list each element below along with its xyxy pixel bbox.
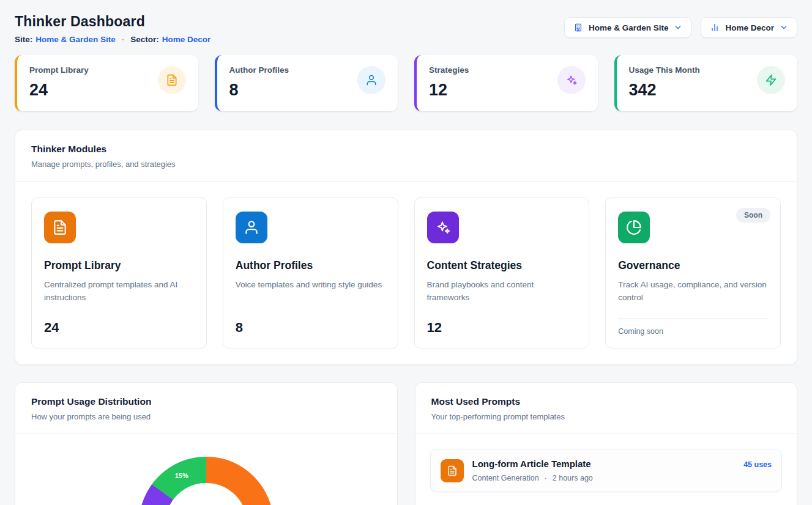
site-selector-label: Home & Garden Site — [589, 23, 669, 32]
module-card-governance[interactable]: Soon Governance Track AI usage, complian… — [605, 197, 781, 348]
prompt-uses-badge: 45 uses — [743, 460, 772, 469]
sparkle-icon — [557, 66, 586, 94]
sparkle-icon — [427, 212, 459, 243]
user-icon — [236, 212, 267, 243]
stat-value: 24 — [29, 81, 89, 100]
header: Thinker Dashboard Site: Home & Garden Si… — [15, 10, 797, 44]
stat-label: Author Profiles — [229, 65, 289, 75]
document-icon — [441, 459, 464, 482]
soon-badge: Soon — [736, 208, 770, 223]
stat-label: Prompt Library — [29, 65, 89, 75]
stat-value: 8 — [229, 81, 289, 100]
separator-dot: · — [122, 35, 125, 44]
separator-dot: · — [545, 474, 547, 482]
modules-panel-header: Thinker Modules Manage prompts, profiles… — [15, 130, 797, 182]
module-count: 24 — [44, 310, 194, 336]
site-selector-dropdown[interactable]: Home & Garden Site — [564, 17, 692, 38]
header-left: Thinker Dashboard Site: Home & Garden Si… — [15, 10, 210, 44]
sector-label: Sector: — [130, 35, 159, 44]
usage-card-subtitle: How your prompts are being used — [31, 412, 381, 421]
sector-selector-dropdown[interactable]: Home Decor — [701, 17, 797, 38]
prompts-card-subtitle: Your top-performing prompt templates — [431, 412, 781, 421]
site-label: Site: — [15, 35, 32, 44]
module-description: Brand playbooks and content frameworks — [427, 279, 577, 304]
stat-label: Strategies — [429, 65, 469, 75]
coming-soon-text: Coming soon — [618, 318, 768, 336]
stat-card-prompt-library: Prompt Library 24 — [15, 55, 198, 111]
usage-card-header: Prompt Usage Distribution How your promp… — [15, 383, 397, 434]
module-title: Prompt Library — [44, 259, 194, 272]
dashboard-page: Thinker Dashboard Site: Home & Garden Si… — [0, 0, 812, 505]
module-title: Author Profiles — [236, 259, 386, 272]
module-title: Content Strategies — [427, 259, 577, 272]
module-count: 12 — [427, 310, 577, 336]
prompts-card-header: Most Used Prompts Your top-performing pr… — [415, 383, 797, 434]
module-count: 8 — [236, 310, 386, 336]
module-card-prompt-library[interactable]: Prompt Library Centralized prompt templa… — [31, 197, 207, 348]
document-icon — [158, 66, 186, 94]
prompt-time: 2 hours ago — [553, 474, 593, 482]
module-card-content-strategies[interactable]: Content Strategies Brand playbooks and c… — [414, 197, 590, 348]
prompt-info: Long-form Article Template Content Gener… — [472, 459, 736, 482]
module-description: Centralized prompt templates and AI inst… — [44, 279, 194, 304]
prompt-list: Long-form Article Template Content Gener… — [415, 434, 797, 505]
prompt-category: Content Generation — [472, 474, 539, 482]
module-description: Track AI usage, compliance, and version … — [618, 279, 768, 304]
stat-card-author-profiles: Author Profiles 8 — [215, 55, 398, 111]
sector-link[interactable]: Home Decor — [162, 35, 211, 44]
bottom-row: Prompt Usage Distribution How your promp… — [15, 382, 797, 505]
sector-selector-label: Home Decor — [725, 23, 774, 32]
prompt-title: Long-form Article Template — [472, 459, 736, 469]
stats-row: Prompt Library 24 Author Profiles 8 Stra… — [15, 55, 797, 111]
usage-donut-chart: 15% — [139, 457, 274, 505]
bar-chart-icon — [710, 23, 720, 32]
thinker-modules-panel: Thinker Modules Manage prompts, profiles… — [15, 130, 797, 365]
lightning-icon — [757, 66, 785, 94]
module-title: Governance — [618, 259, 768, 272]
chevron-down-icon — [674, 23, 682, 32]
stat-label: Usage This Month — [629, 65, 700, 75]
building-icon — [573, 23, 583, 32]
list-item[interactable]: Long-form Article Template Content Gener… — [430, 449, 783, 492]
pie-chart-icon — [618, 212, 650, 243]
module-description: Voice templates and writing style guides — [236, 279, 386, 292]
document-icon — [44, 212, 76, 243]
modules-panel-title: Thinker Modules — [31, 144, 781, 155]
modules-panel-subtitle: Manage prompts, profiles, and strategies — [31, 160, 781, 169]
most-used-prompts-card: Most Used Prompts Your top-performing pr… — [415, 382, 798, 505]
prompt-meta: Content Generation · 2 hours ago — [472, 474, 736, 482]
stat-value: 342 — [629, 81, 700, 100]
breadcrumb: Site: Home & Garden Site · Sector: Home … — [15, 35, 210, 44]
stat-card-usage: Usage This Month 342 — [614, 55, 798, 111]
prompts-card-title: Most Used Prompts — [431, 396, 781, 407]
stat-card-strategies: Strategies 12 — [414, 55, 598, 111]
modules-grid: Prompt Library Centralized prompt templa… — [15, 182, 797, 364]
user-icon — [357, 66, 386, 94]
site-link[interactable]: Home & Garden Site — [35, 35, 116, 44]
usage-card-title: Prompt Usage Distribution — [31, 396, 381, 407]
usage-chart-area: 15% — [15, 457, 397, 505]
usage-distribution-card: Prompt Usage Distribution How your promp… — [15, 382, 398, 505]
page-title: Thinker Dashboard — [15, 13, 210, 30]
donut-segment-label: 15% — [175, 472, 188, 479]
chevron-down-icon — [780, 23, 788, 32]
header-selectors: Home & Garden Site Home Decor — [564, 17, 797, 38]
module-card-author-profiles[interactable]: Author Profiles Voice templates and writ… — [223, 197, 398, 348]
stat-value: 12 — [429, 81, 469, 100]
